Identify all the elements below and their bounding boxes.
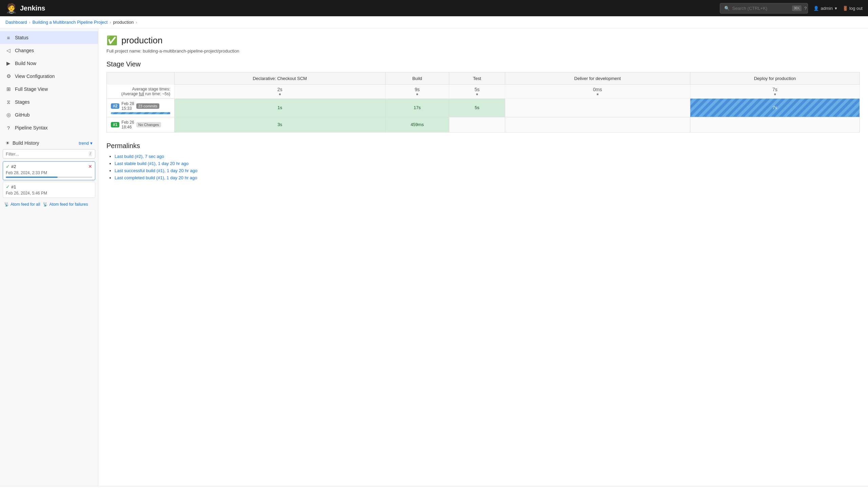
build-2-checkout-cell[interactable]: 1s <box>175 98 386 117</box>
logout-button[interactable]: 🚪 log out <box>843 6 863 11</box>
avg-checkout: 2s ■ <box>175 85 386 99</box>
status-check-icon: ✅ <box>106 35 117 46</box>
page-title-row: ✅ production <box>106 35 860 46</box>
breadcrumb-sep-2: › <box>110 20 111 25</box>
build-2-badge[interactable]: #2 <box>111 103 119 109</box>
stage-header-deploy: Deploy for production <box>690 73 860 85</box>
breadcrumb-sep-3: › <box>136 20 137 25</box>
filter-input[interactable] <box>6 151 88 157</box>
sidebar-item-view-configuration[interactable]: ⚙ View Configuration <box>0 70 98 83</box>
sidebar-item-full-stage-view-label: Full Stage View <box>15 86 48 92</box>
build-item-1: ✓ #1 Feb 26, 2024, 5:46 PM <box>3 182 95 198</box>
atom-feed-failures[interactable]: 📡 Atom feed for failures <box>43 202 88 207</box>
sidebar-item-changes[interactable]: ◁ Changes <box>0 44 98 57</box>
filter-row: / <box>0 148 98 160</box>
build-1-checkout-cell[interactable]: 3s <box>175 117 386 132</box>
sidebar-item-pipeline-syntax-label: Pipeline Syntax <box>15 125 48 130</box>
stage-header-deliver: Deliver for development <box>505 73 690 85</box>
avg-test: 5s ■ <box>449 85 505 99</box>
build-2-build-cell[interactable]: 17s <box>385 98 449 117</box>
main-content: ✅ production Full project name: building… <box>98 28 868 486</box>
permalink-last-stable[interactable]: Last stable build (#1), 1 day 20 hr ago <box>115 161 189 166</box>
avg-times-label: Average stage times: <box>110 87 170 92</box>
stages-icon: ⧖ <box>5 99 12 105</box>
sidebar-item-changes-label: Changes <box>15 48 34 53</box>
footer: REST API Jenkins 2.440.1 <box>0 486 868 488</box>
logout-icon: 🚪 <box>843 6 848 11</box>
sidebar-item-build-now[interactable]: ▶ Build Now <box>0 57 98 70</box>
jenkins-logo-icon: 🤵 <box>5 3 17 14</box>
jenkins-logo[interactable]: 🤵 Jenkins <box>5 3 45 14</box>
search-input[interactable] <box>732 6 789 11</box>
build-2-close-icon[interactable]: ✕ <box>88 164 92 169</box>
sidebar-item-pipeline-syntax[interactable]: ? Pipeline Syntax <box>0 121 98 134</box>
build-1-row-header: #1 Feb 2618:46 No Changes <box>111 120 170 129</box>
avg-test-time: 5s <box>452 87 502 92</box>
build-item-1-header: ✓ #1 <box>6 184 92 189</box>
sidebar-item-full-stage-view[interactable]: ⊞ Full Stage View <box>0 83 98 96</box>
sidebar-item-stages-label: Stages <box>15 99 30 105</box>
logout-label: log out <box>849 6 863 11</box>
build-1-number: #1 <box>11 184 16 189</box>
list-item: Last completed build (#1), 1 day 20 hr a… <box>115 175 860 180</box>
user-name: admin <box>821 6 833 11</box>
sidebar-item-view-configuration-label: View Configuration <box>15 74 55 79</box>
pipeline-syntax-icon: ? <box>5 125 12 131</box>
build-2-test-cell[interactable]: 5s <box>449 98 505 117</box>
avg-label-cell: Average stage times: (Average full run t… <box>107 85 175 99</box>
permalinks-section: Permalinks Last build (#2), 7 sec ago La… <box>106 142 860 180</box>
sidebar: ≡ Status ◁ Changes ▶ Build Now ⚙ View Co… <box>0 28 98 486</box>
avg-deliver: 0ms ■ <box>505 85 690 99</box>
build-history-section: ☀ Build History trend ▾ <box>0 137 98 148</box>
avg-run-label: (Average full run time: ~5s) <box>110 92 170 96</box>
breadcrumb-dashboard[interactable]: Dashboard <box>5 20 27 25</box>
build-1-build-cell[interactable]: 459ms <box>385 117 449 132</box>
filter-container: / <box>3 149 95 159</box>
build-2-row-date: Feb 2815:33 <box>121 101 134 111</box>
changes-icon: ◁ <box>5 47 12 54</box>
full-stage-view-icon: ⊞ <box>5 86 12 92</box>
filter-slash: / <box>88 151 92 157</box>
build-history-title: ☀ Build History <box>5 140 39 146</box>
stage-header-test: Test <box>449 73 505 85</box>
permalinks-title: Permalinks <box>106 142 860 150</box>
user-dropdown-icon: ▾ <box>835 6 837 11</box>
build-1-badge[interactable]: #1 <box>111 122 119 127</box>
sidebar-item-github[interactable]: ◎ GitHub <box>0 108 98 121</box>
user-menu[interactable]: 👤 admin ▾ <box>813 6 837 11</box>
list-item: Last stable build (#1), 1 day 20 hr ago <box>115 161 860 166</box>
atom-all-icon: 📡 <box>4 202 9 207</box>
github-icon: ◎ <box>5 112 12 118</box>
search-help-icon: ? <box>804 6 807 11</box>
build-2-progress-fill <box>6 177 58 178</box>
atom-failures-icon: 📡 <box>43 202 48 207</box>
header: 🤵 Jenkins 🔍 ⌘K ? 👤 admin ▾ 🚪 log out <box>0 0 868 16</box>
avg-deploy-time: 7s <box>693 87 857 92</box>
build-1-date: Feb 26, 2024, 5:46 PM <box>6 191 92 196</box>
search-bar[interactable]: 🔍 ⌘K ? <box>720 3 808 14</box>
stage-table: Declarative: Checkout SCM Build Test Del… <box>106 72 860 133</box>
avg-deploy: 7s ■ <box>690 85 860 99</box>
build-2-running-bar <box>111 112 170 114</box>
build-item-2-header: ✓ #2 ✕ <box>6 164 92 169</box>
build-2-deploy-cell[interactable]: 7s <box>690 98 860 117</box>
trend-button[interactable]: trend ▾ <box>79 141 93 146</box>
atom-feed-all[interactable]: 📡 Atom feed for all <box>4 202 40 207</box>
stage-header-checkout: Declarative: Checkout SCM <box>175 73 386 85</box>
permalink-last-successful[interactable]: Last successful build (#1), 1 day 20 hr … <box>115 168 197 173</box>
permalink-last-completed[interactable]: Last completed build (#1), 1 day 20 hr a… <box>115 175 197 180</box>
sidebar-item-status[interactable]: ≡ Status <box>0 31 98 44</box>
sidebar-item-stages[interactable]: ⧖ Stages <box>0 96 98 108</box>
main-layout: ≡ Status ◁ Changes ▶ Build Now ⚙ View Co… <box>0 28 868 486</box>
atom-failures-label: Atom feed for failures <box>49 202 88 207</box>
permalink-last-build[interactable]: Last build (#2), 7 sec ago <box>115 154 164 159</box>
breadcrumb-pipeline-project[interactable]: Building a Multibranch Pipeline Project <box>33 20 108 25</box>
build-1-deploy-cell <box>690 117 860 132</box>
build-history-label: Build History <box>13 140 39 146</box>
build-2-date: Feb 28, 2024, 2:33 PM <box>6 170 92 175</box>
build-1-status-icon: ✓ <box>6 184 10 189</box>
breadcrumb-sep-1: › <box>29 20 31 25</box>
stage-view-title: Stage View <box>106 60 860 68</box>
build-history-sun-icon: ☀ <box>5 140 10 146</box>
avg-build-time: 9s <box>388 87 447 92</box>
